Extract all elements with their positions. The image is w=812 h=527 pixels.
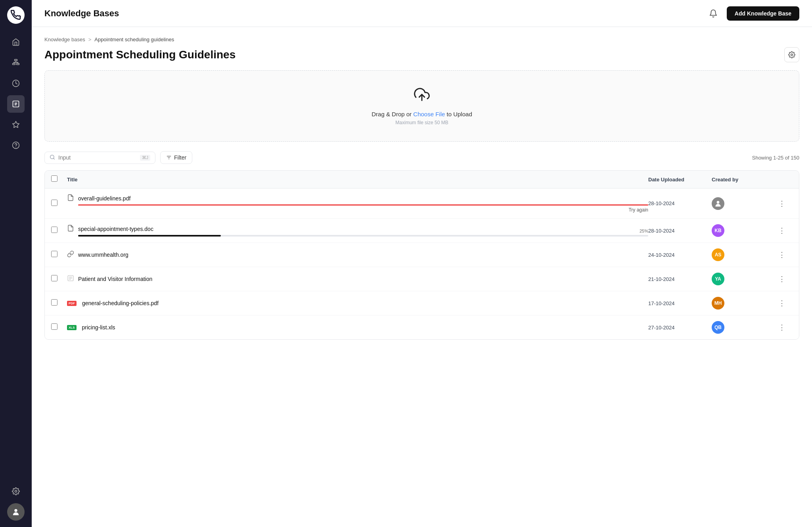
app-logo[interactable] [7, 6, 25, 24]
files-table: Title Date Uploaded Created by overall-g… [44, 170, 799, 340]
choose-file-link[interactable]: Choose File [413, 111, 445, 117]
file-cell: PDF general-scheduling-policies.pdf [67, 300, 648, 306]
date-cell: 21-10-2024 [648, 276, 712, 282]
row-actions-cell: ⋮ [775, 273, 793, 285]
file-name-label: special-appointment-types.doc [78, 226, 153, 232]
sidebar-item-settings[interactable] [7, 483, 25, 500]
file-name-label: www.ummhealth.org [78, 252, 128, 258]
header: Knowledge Bases Add Knowledge Base [32, 0, 812, 27]
sidebar-item-org[interactable] [7, 54, 25, 71]
creator-avatar [712, 197, 724, 210]
row-checkbox[interactable] [51, 275, 57, 281]
sidebar-bottom [7, 483, 25, 521]
table-row: overall-guidelines.pdf Try again 28-10-2… [45, 188, 799, 219]
svg-point-16 [14, 509, 17, 512]
date-cell: 27-10-2024 [648, 325, 712, 331]
col-created-by: Created by [712, 177, 775, 183]
svg-point-17 [791, 54, 793, 56]
table-row: XLS pricing-list.xls 27-10-2024 QB ⋮ [45, 315, 799, 339]
file-cell: XLS pricing-list.xls [67, 324, 648, 331]
select-all-checkbox[interactable] [51, 175, 57, 182]
page-settings-button[interactable] [784, 47, 799, 62]
creator-avatar: MH [712, 297, 724, 310]
row-checkbox-cell [51, 275, 67, 283]
file-cell: www.ummhealth.org [67, 250, 648, 259]
user-avatar[interactable] [7, 503, 25, 521]
row-more-button[interactable]: ⋮ [775, 273, 789, 285]
row-more-button[interactable]: ⋮ [775, 249, 789, 261]
row-actions-cell: ⋮ [775, 198, 793, 210]
row-actions-cell: ⋮ [775, 321, 793, 333]
row-checkbox-cell [51, 323, 67, 331]
select-all-checkbox-cell [51, 175, 67, 183]
keyboard-hint: ⌘J [140, 155, 151, 161]
filter-button[interactable]: Filter [160, 151, 192, 164]
date-cell: 17-10-2024 [648, 300, 712, 306]
svg-point-15 [15, 490, 17, 492]
upload-dropzone[interactable]: Drag & Drop or Choose File to Upload Max… [44, 70, 799, 142]
row-more-button[interactable]: ⋮ [775, 321, 789, 333]
row-checkbox-cell [51, 251, 67, 259]
table-row: PDF general-scheduling-policies.pdf 17-1… [45, 291, 799, 315]
notification-bell-button[interactable] [706, 6, 720, 21]
page-title: Appointment Scheduling Guidelines [44, 48, 236, 61]
sidebar-nav [7, 33, 25, 483]
file-cell: Patient and Visitor Information [67, 275, 648, 283]
sidebar-item-home[interactable] [7, 33, 25, 51]
row-checkbox[interactable] [51, 299, 57, 306]
row-checkbox[interactable] [51, 227, 57, 233]
file-name-label: general-scheduling-policies.pdf [82, 300, 159, 306]
row-checkbox[interactable] [51, 323, 57, 330]
table-row: Patient and Visitor Information 21-10-20… [45, 267, 799, 291]
table-row: www.ummhealth.org 24-10-2024 AS ⋮ [45, 243, 799, 267]
file-type-icon: XLS [67, 325, 77, 330]
creator-avatar: KB [712, 224, 724, 237]
row-checkbox[interactable] [51, 200, 57, 206]
search-icon [50, 154, 55, 161]
main-content: Knowledge Bases Add Knowledge Base Knowl… [32, 0, 812, 527]
file-type-icon: PDF [67, 301, 77, 306]
try-again-button[interactable]: Try again [628, 207, 648, 213]
upload-icon [53, 87, 791, 106]
sidebar-item-star[interactable] [7, 116, 25, 133]
upload-text: Drag & Drop or Choose File to Upload [53, 111, 791, 117]
breadcrumb: Knowledge bases > Appointment scheduling… [44, 37, 799, 42]
creator-cell [712, 197, 775, 210]
sidebar-item-knowledge[interactable] [7, 95, 25, 113]
breadcrumb-root[interactable]: Knowledge bases [44, 37, 85, 42]
upload-subtext: Maximum file size 50 MB [53, 120, 791, 125]
file-name-label: overall-guidelines.pdf [78, 195, 130, 202]
breadcrumb-separator: > [88, 37, 92, 42]
sidebar-item-help[interactable] [7, 137, 25, 154]
sidebar-item-clock[interactable] [7, 75, 25, 92]
row-checkbox[interactable] [51, 251, 57, 257]
col-title: Title [67, 177, 648, 183]
progress-bar-container: 25% [78, 235, 648, 237]
row-checkbox-cell [51, 200, 67, 208]
row-more-button[interactable]: ⋮ [775, 198, 789, 210]
file-type-icon [67, 275, 74, 283]
sidebar [0, 0, 32, 527]
file-cell: overall-guidelines.pdf Try again [67, 194, 648, 213]
search-input[interactable] [58, 154, 137, 161]
row-actions-cell: ⋮ [775, 225, 793, 237]
breadcrumb-current: Appointment scheduling guidelines [94, 37, 174, 42]
table-header: Title Date Uploaded Created by [45, 171, 799, 188]
creator-cell: MH [712, 297, 775, 310]
row-actions-cell: ⋮ [775, 249, 793, 261]
header-title: Knowledge Bases [44, 8, 119, 19]
search-group: ⌘J [44, 152, 155, 164]
add-knowledge-base-button[interactable]: Add Knowledge Base [727, 6, 799, 21]
file-type-icon [67, 250, 74, 259]
row-more-button[interactable]: ⋮ [775, 225, 789, 237]
toolbar: ⌘J Filter Showing 1-25 of 150 [44, 151, 799, 164]
row-more-button[interactable]: ⋮ [775, 297, 789, 309]
col-date-uploaded: Date Uploaded [648, 177, 712, 183]
date-cell: 28-10-2024 [648, 200, 712, 206]
creator-avatar: YA [712, 273, 724, 285]
file-type-icon [67, 225, 74, 233]
creator-cell: AS [712, 248, 775, 261]
creator-cell: QB [712, 321, 775, 334]
svg-line-20 [54, 158, 55, 159]
showing-count: Showing 1-25 of 150 [752, 155, 799, 161]
